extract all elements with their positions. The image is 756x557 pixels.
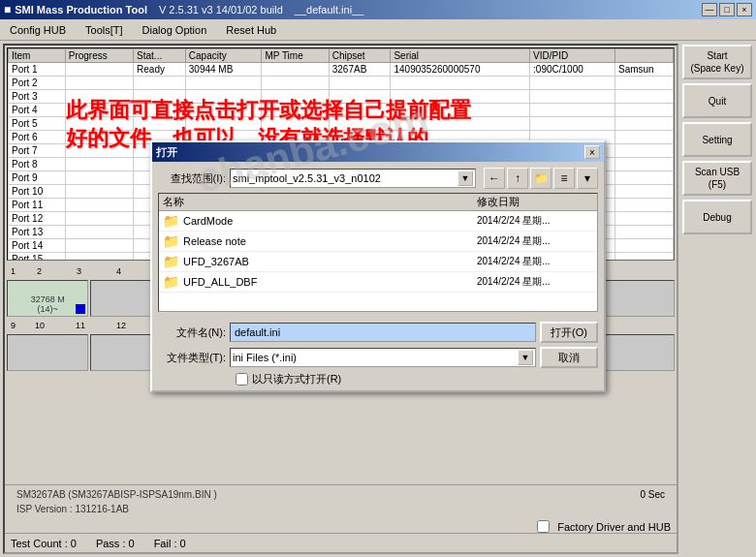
file-list-items: 📁 CardMode 2014/2/24 星期... 📁 Release not…	[159, 211, 597, 293]
folder-icon: 📁	[163, 233, 179, 249]
maximize-button[interactable]: □	[719, 3, 735, 16]
pass-count: Pass : 0	[96, 538, 135, 549]
minimize-button[interactable]: —	[702, 3, 717, 16]
back-button[interactable]: ←	[484, 168, 505, 189]
col-serial: Serial	[391, 49, 530, 63]
file-date: 2014/2/24 星期...	[477, 275, 593, 289]
filetype-value: ini Files (*.ini)	[233, 352, 297, 363]
cell-mp-time	[262, 63, 329, 77]
file-item[interactable]: 📁 CardMode 2014/2/24 星期...	[159, 211, 597, 232]
close-button[interactable]: ×	[737, 3, 752, 16]
file-date: 2014/2/24 星期...	[477, 234, 593, 248]
menu-button[interactable]: ▾	[577, 168, 598, 189]
right-panel: Start (Space Key) Quit Setting Scan USB …	[678, 41, 756, 557]
cell-progress	[65, 77, 133, 90]
slot-1: 32768 M (14)~	[7, 280, 88, 317]
cell-item: Port 15	[9, 253, 66, 262]
cell-extra	[615, 171, 674, 185]
factory-checkbox[interactable]	[537, 520, 550, 533]
cell-item: Port 1	[9, 63, 66, 77]
filetype-combo-arrow[interactable]: ▼	[518, 350, 533, 365]
combo-arrow-icon[interactable]: ▼	[457, 170, 473, 186]
readonly-row: 以只读方式打开(R)	[158, 372, 598, 387]
file-item[interactable]: 📁 Release note 2014/2/24 星期...	[159, 232, 597, 252]
cell-progress	[65, 199, 133, 212]
filename-input[interactable]	[230, 323, 536, 342]
cell-item: Port 9	[9, 171, 66, 185]
file-dialog[interactable]: 打开 × 查找范围(I): smi_mptool_v2.5.31_v3_n010…	[150, 140, 606, 392]
cell-mp-time	[262, 77, 329, 90]
cell-item: Port 5	[9, 117, 66, 131]
file-item[interactable]: 📁 UFD_3267AB 2014/2/24 星期...	[159, 252, 597, 272]
cell-progress	[65, 104, 133, 117]
cell-mp-time	[262, 104, 329, 117]
setting-button[interactable]: Setting	[682, 122, 752, 157]
debug-button[interactable]: Debug	[682, 200, 752, 234]
filetype-label: 文件类型(T):	[158, 351, 226, 365]
cell-extra	[615, 185, 674, 199]
isp-info-line1: SM3267AB (SM3267ABISP-ISPSA19nm.BIN )	[11, 487, 223, 502]
cell-item: Port 2	[9, 77, 66, 90]
app-title: SMI Mass Production Tool	[15, 4, 147, 15]
cell-extra	[615, 239, 674, 253]
slot-badge	[76, 304, 85, 314]
file-name: CardMode	[183, 215, 473, 227]
start-button[interactable]: Start (Space Key)	[682, 45, 752, 79]
cell-chipset	[329, 104, 391, 117]
table-row: Port 1 Ready 30944 MB 3267AB 14090352600…	[9, 63, 674, 77]
menu-config-hub[interactable]: Config HUB	[4, 22, 72, 38]
cell-vid-pid: :090C/1000	[530, 63, 615, 77]
dialog-close-button[interactable]: ×	[584, 145, 600, 159]
slot-label: 32768 M (14)~	[31, 294, 65, 314]
cell-capacity	[185, 77, 262, 90]
cell-extra	[615, 253, 674, 262]
readonly-checkbox[interactable]	[236, 373, 248, 386]
cell-progress	[65, 158, 133, 171]
bottom-status: SM3267AB (SM3267ABISP-ISPSA19nm.BIN ) IS…	[5, 484, 677, 533]
table-row: Port 2	[9, 77, 674, 90]
look-in-combo[interactable]: smi_mptool_v2.5.31_v3_n0102 ▼	[230, 169, 476, 188]
folder-icon: 📁	[163, 274, 179, 290]
cancel-button[interactable]: 取消	[540, 347, 598, 368]
table-row: Port 3	[9, 90, 674, 104]
open-button[interactable]: 打开(O)	[540, 322, 598, 343]
cell-item: Port 4	[9, 104, 66, 117]
cell-progress	[65, 90, 133, 104]
col-vid-pid: VID/PID	[530, 49, 615, 63]
new-folder-button[interactable]: 📁	[530, 168, 551, 189]
menu-dialog-option[interactable]: Dialog Option	[137, 22, 213, 38]
col-chipset: Chipset	[329, 49, 391, 63]
dialog-toolbar: ← ↑ 📁 ≡ ▾	[484, 168, 598, 189]
cell-progress	[65, 144, 133, 158]
cell-item: Port 13	[9, 226, 66, 239]
cell-item: Port 7	[9, 144, 66, 158]
cell-chipset: 3267AB	[329, 63, 391, 77]
cell-extra	[615, 104, 674, 117]
file-item[interactable]: 📁 UFD_ALL_DBF 2014/2/24 星期...	[159, 272, 597, 293]
cell-progress	[65, 226, 133, 239]
cell-stat	[134, 117, 186, 131]
file-name: UFD_3267AB	[183, 256, 473, 267]
cell-item: Port 11	[9, 199, 66, 212]
scan-usb-button[interactable]: Scan USB (F5)	[682, 161, 752, 196]
cell-vid-pid	[530, 90, 615, 104]
cell-serial	[391, 117, 530, 131]
cell-chipset	[329, 90, 391, 104]
cell-extra	[615, 199, 674, 212]
up-folder-button[interactable]: ↑	[507, 168, 528, 189]
quit-button[interactable]: Quit	[682, 83, 752, 118]
look-in-label: 查找范围(I):	[158, 171, 226, 186]
look-in-value: smi_mptool_v2.5.31_v3_n0102	[233, 172, 381, 184]
cell-item: Port 3	[9, 90, 66, 104]
cell-progress	[65, 171, 133, 185]
filetype-combo[interactable]: ini Files (*.ini) ▼	[230, 348, 536, 367]
cell-progress	[65, 185, 133, 199]
cell-item: Port 6	[9, 131, 66, 144]
col-progress: Progress	[65, 49, 133, 63]
view-toggle-button[interactable]: ≡	[553, 168, 575, 189]
menu-reset-hub[interactable]: Reset Hub	[220, 22, 282, 38]
menu-tools[interactable]: Tools[T]	[79, 22, 129, 38]
cell-stat: Ready	[134, 63, 186, 77]
dialog-bottom: 文件名(N): 打开(O) 文件类型(T): ini Files (*.ini)…	[152, 318, 604, 390]
col-item: Item	[9, 49, 66, 63]
